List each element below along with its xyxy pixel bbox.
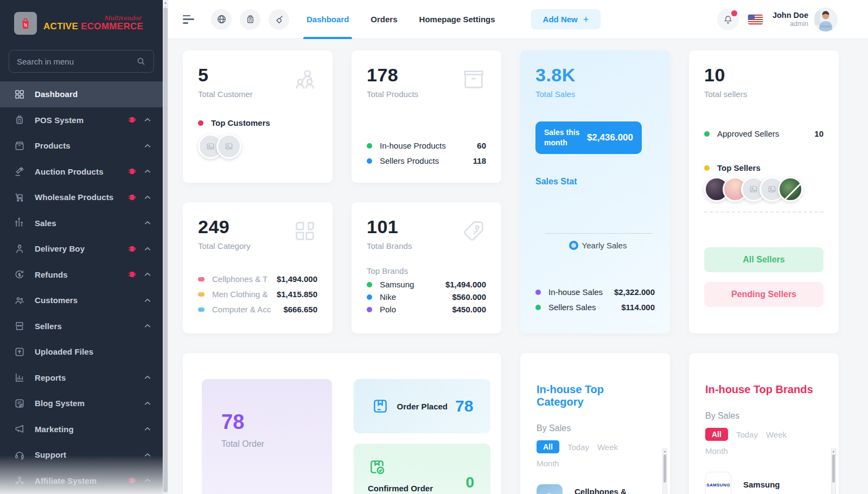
top-customers-label: Top Customers bbox=[211, 118, 270, 127]
tab-orders[interactable]: Orders bbox=[371, 0, 397, 39]
chevron-up-icon bbox=[144, 118, 151, 122]
sidebar-item-affiliate-system[interactable]: Affiliate System bbox=[0, 468, 163, 494]
sidebar-item-refunds[interactable]: Refunds bbox=[0, 262, 163, 288]
card-total-sellers: 10 Total sellers Approved Sellers 10 Top… bbox=[689, 50, 839, 333]
yearly-sales-radio[interactable]: Yearly Sales bbox=[535, 241, 660, 250]
sidebar-menu: Dashboard POS System Products Auction Pr… bbox=[0, 81, 163, 493]
visit-site-button[interactable] bbox=[211, 9, 232, 30]
main-scrollbar[interactable]: ▲ bbox=[163, 0, 168, 494]
chevron-up-icon bbox=[144, 195, 151, 200]
headset-icon bbox=[14, 450, 25, 460]
pending-sellers-button[interactable]: Pending Sellers bbox=[704, 282, 824, 307]
sidebar-item-customers[interactable]: Customers bbox=[0, 287, 163, 313]
legend-pill-blue bbox=[198, 307, 205, 312]
sales-this-month-button[interactable]: Sales this month $2,436.000 bbox=[535, 121, 642, 154]
category-row-label: Cellphones & T bbox=[212, 274, 267, 284]
radio-icon bbox=[569, 241, 578, 250]
list-scroll-up[interactable]: ▲ bbox=[663, 450, 667, 453]
sidebar-item-pos-system[interactable]: POS System bbox=[0, 107, 163, 133]
order-placed-panel[interactable]: Order Placed 78 bbox=[354, 379, 490, 433]
sidebar-toggle-icon[interactable] bbox=[183, 15, 195, 24]
list-scroll-up[interactable]: ▲ bbox=[832, 450, 835, 453]
chevron-up-icon bbox=[144, 453, 151, 457]
brand-logo[interactable]: Multivendor ACTIVEECOMMERCE bbox=[0, 0, 163, 46]
sidebar-search[interactable] bbox=[9, 50, 154, 73]
brand-filter-tabs: All Today Week Month bbox=[705, 428, 814, 455]
clear-cache-button[interactable] bbox=[269, 9, 289, 30]
sidebar-item-sellers[interactable]: Sellers bbox=[0, 313, 163, 339]
chevron-up-icon bbox=[144, 478, 151, 483]
customer-avatar-placeholder[interactable] bbox=[216, 134, 241, 159]
list-scrollbar[interactable]: ▲ ▼ bbox=[831, 448, 836, 494]
sidebar-item-auction-products[interactable]: Auction Products bbox=[0, 159, 163, 185]
pos-button[interactable] bbox=[240, 9, 260, 30]
total-brands-value: 101 bbox=[367, 216, 412, 238]
chevron-up-icon bbox=[144, 324, 151, 328]
card-total-sales: 3.8K Total Sales Sales this month $2,436… bbox=[520, 50, 670, 333]
sidebar-item-support[interactable]: Support bbox=[0, 442, 163, 468]
search-icon bbox=[136, 56, 146, 66]
sidebar-item-marketing[interactable]: Marketing bbox=[0, 416, 163, 442]
list-scroll-thumb[interactable] bbox=[832, 454, 835, 483]
all-sellers-button[interactable]: All Sellers bbox=[704, 247, 824, 272]
sidebar-item-uploaded-files[interactable]: Uploaded Files bbox=[0, 339, 163, 365]
globe-icon bbox=[216, 14, 227, 24]
sidebar-search-input[interactable] bbox=[17, 57, 136, 66]
filter-week[interactable]: Week bbox=[597, 442, 618, 452]
top-category-item[interactable]: Cellphones & Tabs bbox=[537, 484, 654, 494]
top-category-item-label: Cellphones & Tabs bbox=[575, 486, 637, 494]
category-row-value: $1,494.000 bbox=[277, 274, 317, 284]
top-right-group: John Doe admin bbox=[717, 8, 838, 31]
total-customer-value: 5 bbox=[198, 65, 253, 86]
customers-icon bbox=[292, 67, 317, 94]
total-sellers-value: 10 bbox=[704, 65, 747, 86]
filter-week[interactable]: Week bbox=[766, 430, 787, 439]
list-scrollbar[interactable]: ▲ ▼ bbox=[662, 448, 667, 494]
card-total-products: 178 Total Products In-house Products 60 … bbox=[352, 50, 501, 183]
chevron-up-icon bbox=[144, 272, 151, 277]
confirmed-order-value: 0 bbox=[465, 474, 474, 494]
sidebar-item-delivery-boy[interactable]: Delivery Boy bbox=[0, 236, 163, 262]
filter-all[interactable]: All bbox=[537, 440, 559, 453]
megaphone-icon bbox=[14, 424, 25, 434]
filter-today[interactable]: Today bbox=[736, 430, 758, 439]
sales-stat-link[interactable]: Sales Stat bbox=[535, 177, 655, 187]
card-inhouse-top-category: In-house Top Category By Sales All Today… bbox=[520, 353, 670, 494]
sidebar-item-products[interactable]: Products bbox=[0, 133, 163, 159]
admin-dashboard: Multivendor ACTIVEECOMMERCE Dashboard PO… bbox=[0, 0, 868, 494]
user-avatar[interactable] bbox=[814, 8, 838, 31]
seller-avatar[interactable] bbox=[778, 177, 803, 202]
us-flag-icon bbox=[748, 15, 763, 24]
products-box-icon bbox=[461, 67, 486, 94]
courier-icon bbox=[14, 243, 25, 254]
tab-homepage-settings[interactable]: Homepage Settings bbox=[419, 0, 495, 39]
sidebar-item-blog-system[interactable]: Blog System bbox=[0, 390, 163, 416]
user-menu[interactable]: John Doe admin bbox=[773, 10, 808, 29]
filter-month[interactable]: Month bbox=[537, 459, 559, 468]
order-placed-label: Order Placed bbox=[397, 402, 448, 411]
scrollbar-up-arrow[interactable]: ▲ bbox=[163, 1, 168, 4]
sidebar-item-dashboard[interactable]: Dashboard bbox=[0, 81, 163, 107]
language-flag-button[interactable] bbox=[748, 15, 763, 24]
filter-month[interactable]: Month bbox=[705, 446, 728, 455]
total-brands-label: Total Brands bbox=[367, 241, 412, 251]
notifications-button[interactable] bbox=[717, 9, 739, 30]
blog-icon bbox=[14, 398, 25, 409]
chevron-up-icon bbox=[144, 247, 151, 251]
sidebar-item-sales[interactable]: Sales bbox=[0, 210, 163, 236]
sidebar-item-reports[interactable]: Reports bbox=[0, 365, 163, 391]
gavel-icon bbox=[14, 166, 25, 177]
filter-all[interactable]: All bbox=[705, 428, 728, 441]
confirmed-order-panel[interactable]: Confirmed Order 0 bbox=[354, 444, 490, 494]
tab-dashboard[interactable]: Dashboard bbox=[307, 0, 349, 39]
sidebar-item-wholesale-products[interactable]: Wholesale Products bbox=[0, 184, 163, 210]
category-grid-icon bbox=[292, 219, 317, 246]
top-brands-heading: Top Brands bbox=[367, 266, 486, 275]
top-brands-title: In-house Top Brands bbox=[705, 383, 822, 396]
scrollbar-thumb[interactable] bbox=[163, 8, 168, 492]
list-scroll-thumb[interactable] bbox=[663, 454, 666, 483]
bell-icon bbox=[723, 15, 733, 24]
filter-today[interactable]: Today bbox=[567, 442, 589, 452]
add-new-button[interactable]: Add New + bbox=[531, 9, 601, 29]
top-brand-item[interactable]: SAMSUNG Samsung bbox=[705, 472, 822, 494]
